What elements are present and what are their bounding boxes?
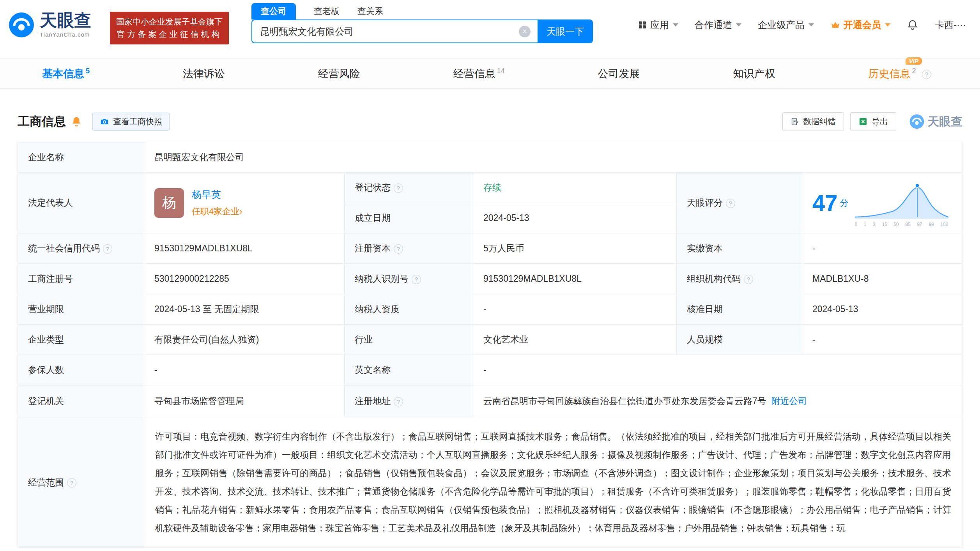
nav-enterprise-label: 企业级产品 xyxy=(758,19,805,31)
business-scope-label: 经营范围? xyxy=(18,417,144,548)
question-icon[interactable]: ? xyxy=(726,199,735,208)
tab-label: 经营信息 xyxy=(453,68,495,79)
camera-icon xyxy=(100,117,109,126)
tab-business-risk[interactable]: 经营风险 xyxy=(318,67,360,81)
score-label: 天眼评分? xyxy=(677,173,802,233)
taxpayer-quality-label: 纳税人资质 xyxy=(345,294,473,325)
chevron-down-icon xyxy=(736,23,741,26)
chevron-down-icon xyxy=(808,23,814,26)
export-label: 导出 xyxy=(872,116,888,127)
tianyancha-logo[interactable]: 天眼查 TianYanCha.com xyxy=(9,12,91,38)
search-button[interactable]: 天眼一下 xyxy=(538,19,593,43)
excel-icon xyxy=(858,117,868,126)
reg-number-value: 530129000212285 xyxy=(144,264,345,294)
question-icon[interactable]: ? xyxy=(394,244,403,254)
export-button[interactable]: 导出 xyxy=(850,112,896,131)
logo-title: 天眼查 xyxy=(40,12,91,29)
tab-legal-proceedings[interactable]: 法律诉讼 xyxy=(183,67,225,81)
tianyancha-logo-icon xyxy=(909,114,924,129)
search-area: 查公司 查老板 查关系 × 天眼一下 xyxy=(251,3,593,43)
tab-label: 基本信息 xyxy=(42,68,84,79)
tab-intellectual-property[interactable]: 知识产权 xyxy=(733,67,775,81)
score-unit: 分 xyxy=(840,197,849,209)
reg-capital-label: 注册资本? xyxy=(345,233,473,264)
nearby-companies-link[interactable]: 附近公司 xyxy=(771,396,807,406)
reg-authority-label: 登记机关 xyxy=(18,385,144,417)
question-icon[interactable]: ? xyxy=(394,397,403,406)
table-row: 登记机关 寻甸县市场监督管理局 注册地址? 云南省昆明市寻甸回族彝族自治县仁德街… xyxy=(18,385,962,417)
search-tab-company[interactable]: 查公司 xyxy=(251,3,296,19)
table-row: 参保人数 - 英文名称 - xyxy=(18,355,962,385)
nav-user[interactable]: 卡西-··· xyxy=(935,19,966,31)
paid-capital-value: - xyxy=(802,233,962,264)
taxpayer-id-value: 91530129MADLB1XU8L xyxy=(473,264,677,294)
taxpayer-id-label: 纳税人识别号? xyxy=(345,264,473,294)
establish-date-label: 成立日期 xyxy=(345,203,473,233)
reg-authority-value: 寻甸县市场监督管理局 xyxy=(144,385,345,417)
nav-apps-label: 应用 xyxy=(650,19,669,31)
nav-enterprise[interactable]: 企业级产品 xyxy=(758,19,814,31)
insured-value: - xyxy=(144,355,345,385)
business-term-label: 营业期限 xyxy=(18,294,144,325)
clear-icon[interactable]: × xyxy=(519,26,531,37)
search-tab-boss[interactable]: 查老板 xyxy=(314,3,340,19)
watermark-label: 天眼查 xyxy=(927,114,962,130)
establish-date-value: 2024-05-13 xyxy=(473,203,677,233)
tab-company-development[interactable]: 公司发展 xyxy=(598,67,640,81)
table-row: 统一社会信用代码? 91530129MADLB1XU8L 注册资本? 5万人民币… xyxy=(18,233,962,264)
score-chart: 0131550859799100 xyxy=(855,181,948,225)
nav-vip[interactable]: 开通会员 xyxy=(830,19,890,31)
tab-count: 14 xyxy=(497,67,505,75)
logo-text-block: 天眼查 TianYanCha.com xyxy=(40,12,91,38)
question-icon[interactable]: ? xyxy=(67,478,76,487)
gov-credential-badge: 国家中小企业发展子基金旗下 官方备案企业征信机构 xyxy=(110,12,229,44)
reg-status-value: 存续 xyxy=(473,173,677,203)
question-icon[interactable]: ? xyxy=(744,275,753,284)
table-row: 企业类型 有限责任公司(自然人独资) 行业 文化艺术业 人员规模 - xyxy=(18,325,962,355)
nav-user-label: 卡西-··· xyxy=(935,19,966,31)
top-nav: 应用 合作通道 企业级产品 开通会员 卡西-··· xyxy=(638,19,966,31)
section-title: 工商信息 xyxy=(18,113,66,130)
staff-size-label: 人员规模 xyxy=(677,325,802,355)
arrow-right-icon: › xyxy=(239,207,242,216)
table-row: 法定代表人 杨 杨早英 任职4家企业› 登记状态? 存续 天眼评分? 47 分 xyxy=(18,173,962,203)
tab-count: 5 xyxy=(86,67,90,75)
company-type-label: 企业类型 xyxy=(18,325,144,355)
data-correction-label: 数据纠错 xyxy=(803,116,836,127)
question-icon[interactable]: ? xyxy=(394,184,403,193)
table-row: 企业名称 昆明甄宏文化有限公司 xyxy=(18,142,962,173)
tab-business-info[interactable]: 经营信息14 xyxy=(453,67,505,81)
question-icon[interactable]: ? xyxy=(103,244,112,254)
question-icon[interactable]: ? xyxy=(412,275,421,284)
gov-badge-line1: 国家中小企业发展子基金旗下 xyxy=(116,16,223,28)
snapshot-button[interactable]: 查看工商快照 xyxy=(92,113,170,131)
table-row: 经营范围? 许可项目：电竞音视频、数字衍生内容制作（不含出版发行）；食品互联网销… xyxy=(18,417,962,548)
legal-rep-value: 杨 杨早英 任职4家企业› xyxy=(144,173,345,233)
credit-code-value: 91530129MADLB1XU8L xyxy=(144,233,345,264)
table-row: 工商注册号 530129000212285 纳税人识别号? 91530129MA… xyxy=(18,264,962,294)
nav-cooperation[interactable]: 合作通道 xyxy=(695,19,741,31)
english-name-value: - xyxy=(473,355,962,385)
search-tab-relation[interactable]: 查关系 xyxy=(357,3,383,19)
legal-rep-name-link[interactable]: 杨早英 xyxy=(192,188,242,201)
question-icon[interactable]: ? xyxy=(922,70,931,79)
header: 天眼查 TianYanCha.com 国家中小企业发展子基金旗下 官方备案企业征… xyxy=(0,0,980,58)
page-tab-bar: 基本信息5 法律诉讼 经营风险 经营信息14 公司发展 知识产权 VIP 历史信… xyxy=(0,58,980,89)
alert-bell-icon[interactable] xyxy=(71,116,82,127)
staff-size-value: - xyxy=(802,325,962,355)
search-tabs: 查公司 查老板 查关系 xyxy=(251,3,593,19)
logo-subtitle: TianYanCha.com xyxy=(40,31,91,38)
tab-label: 法律诉讼 xyxy=(183,68,225,79)
tab-basic-info[interactable]: 基本信息5 xyxy=(42,67,90,81)
nav-notifications[interactable] xyxy=(907,19,918,31)
tab-history-info[interactable]: VIP 历史信息2 ? xyxy=(868,67,931,81)
table-row: 营业期限 2024-05-13 至 无固定期限 纳税人资质 - 核准日期 202… xyxy=(18,294,962,325)
score-number: 47 xyxy=(812,190,838,216)
data-correction-button[interactable]: 数据纠错 xyxy=(782,112,844,131)
avatar[interactable]: 杨 xyxy=(154,188,184,218)
legal-rep-positions-link[interactable]: 任职4家企业› xyxy=(192,206,242,217)
reg-status-label: 登记状态? xyxy=(345,173,473,203)
search-input[interactable] xyxy=(251,19,538,43)
nav-apps[interactable]: 应用 xyxy=(638,19,678,31)
chevron-down-icon xyxy=(673,23,678,26)
